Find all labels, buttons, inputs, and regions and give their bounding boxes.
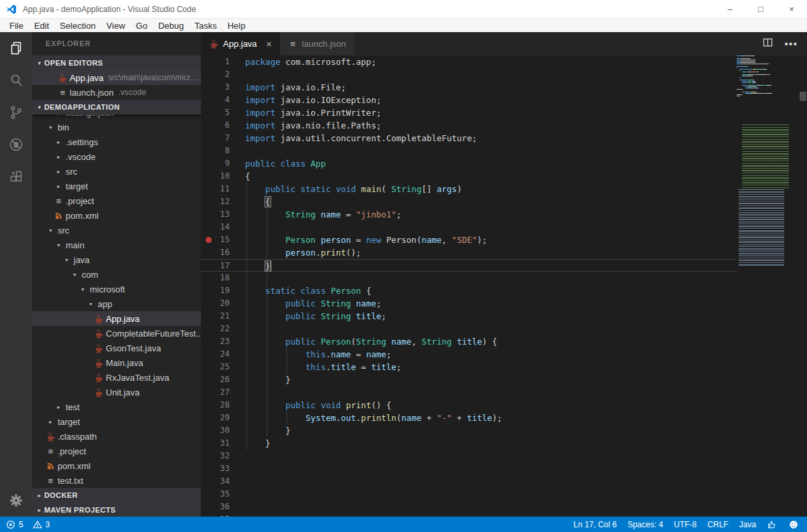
code-line-7[interactable]: 7import java.util.concurrent.Completable… (201, 132, 737, 145)
open-editors-header[interactable]: ▾ OPEN EDITORS (32, 56, 201, 70)
line-number[interactable]: 21 (201, 310, 230, 323)
menu-selection[interactable]: Selection (54, 19, 100, 32)
line-number[interactable]: 2 (201, 68, 230, 81)
code-line-29[interactable]: 29 System.out.println(name + "-" + title… (201, 412, 737, 424)
code-line-17[interactable]: 17 } (201, 259, 737, 272)
line-number[interactable]: 14 (201, 221, 230, 234)
scrollbar-handle[interactable] (800, 92, 806, 101)
code-line-28[interactable]: 28 public void print() { (201, 399, 737, 412)
menu-view[interactable]: View (101, 19, 131, 32)
line-number[interactable]: 32 (201, 450, 230, 462)
eol-sequence[interactable]: CRLF (707, 520, 728, 529)
tree-item-src[interactable]: ▾src (32, 223, 201, 238)
line-number[interactable]: 5 (201, 106, 230, 119)
code-line-10[interactable]: 10{ (201, 170, 737, 183)
line-number[interactable]: 4 (201, 94, 230, 106)
line-number[interactable]: 25 (201, 361, 230, 373)
tree-item-target[interactable]: ▸target (32, 414, 201, 429)
split-editor-icon[interactable] (762, 37, 774, 51)
tree-item-com[interactable]: ▾com (32, 267, 201, 282)
code-line-11[interactable]: 11 public static void main( String[] arg… (201, 183, 737, 195)
line-number[interactable]: 24 (201, 348, 230, 361)
code-line-24[interactable]: 24 this.name = name; (201, 348, 737, 361)
line-number[interactable]: 11 (201, 183, 230, 195)
code-line-6[interactable]: 6import java.nio.file.Paths; (201, 119, 737, 132)
line-number[interactable]: 23 (201, 335, 230, 348)
code-line-9[interactable]: 9public class App (201, 157, 737, 170)
line-number[interactable]: 13 (201, 208, 230, 221)
line-number[interactable]: 9 (201, 157, 230, 170)
problems-status[interactable]: 5 3 (0, 520, 50, 529)
tree-item-main[interactable]: ▾main (32, 238, 201, 252)
menu-help[interactable]: Help (222, 19, 251, 32)
code-line-22[interactable]: 22 (201, 323, 737, 335)
maven-projects-section-header[interactable]: ▸ MAVEN PROJECTS (32, 503, 201, 517)
code-line-31[interactable]: 31 } (201, 437, 737, 450)
line-number[interactable]: 1 (201, 56, 230, 68)
line-number[interactable]: 19 (201, 284, 230, 297)
tree-item-project[interactable]: ≡.project (32, 444, 201, 458)
line-number[interactable]: 34 (201, 475, 230, 488)
code-line-1[interactable]: 1package com.microsoft.app; (201, 56, 737, 68)
code-line-27[interactable]: 27 (201, 386, 737, 399)
code-line-8[interactable]: 8 (201, 145, 737, 157)
encoding[interactable]: UTF-8 (674, 520, 696, 529)
code-line-15[interactable]: 15 Person person = new Person(name, "SDE… (201, 234, 737, 246)
code-line-3[interactable]: 3import java.io.File; (201, 81, 737, 94)
code-line-23[interactable]: 23 public Person(String name, String tit… (201, 335, 737, 348)
search-icon[interactable] (0, 64, 32, 96)
tree-item-app-java[interactable]: App.java (32, 311, 201, 326)
menu-file[interactable]: File (4, 19, 29, 32)
menu-edit[interactable]: Edit (29, 19, 54, 32)
tree-item-target[interactable]: ▸target (32, 179, 201, 193)
line-number[interactable]: 3 (201, 81, 230, 94)
code-line-14[interactable]: 14 (201, 221, 737, 234)
code-line-13[interactable]: 13 String name = "jinbo1"; (201, 208, 737, 221)
close-tab-icon[interactable]: × (267, 39, 272, 50)
vertical-scrollbar[interactable] (799, 56, 807, 517)
tree-item-classpath[interactable]: .classpath (32, 429, 201, 444)
code-line-16[interactable]: 16 person.print(); (201, 246, 737, 259)
line-number[interactable]: 15 (201, 234, 230, 246)
more-actions-icon[interactable]: ••• (784, 38, 798, 50)
open-editor-launch-json[interactable]: ≡launch.json.vscode (32, 85, 201, 100)
code-line-5[interactable]: 5import java.io.PrintWriter; (201, 106, 737, 119)
menu-debug[interactable]: Debug (153, 19, 189, 32)
open-editor-app-java[interactable]: App.javasrc\main\java\com\micro... (32, 70, 201, 85)
tree-item-app[interactable]: ▾app (32, 296, 201, 311)
line-number[interactable]: 18 (201, 272, 230, 284)
tree-item-gsontest-java[interactable]: GsonTest.java (32, 341, 201, 355)
maximize-button[interactable]: □ (745, 0, 776, 18)
line-number[interactable]: 16 (201, 246, 230, 259)
minimap[interactable] (737, 56, 799, 517)
line-number[interactable]: 30 (201, 424, 230, 437)
code-editor[interactable]: 1package com.microsoft.app;23import java… (201, 56, 807, 517)
code-line-20[interactable]: 20 public String name; (201, 297, 737, 310)
tree-item-test-txt[interactable]: ≡test.txt (32, 473, 201, 488)
tab-launch-json[interactable]: ≡launch.json (280, 32, 354, 56)
tree-item-src[interactable]: ▸src (32, 164, 201, 179)
code-line-21[interactable]: 21 public String title; (201, 310, 737, 323)
tree-item-unit-java[interactable]: Unit.java (32, 385, 201, 400)
tree-item-project[interactable]: ≡.project (32, 193, 201, 208)
indentation[interactable]: Spaces: 4 (628, 520, 663, 529)
tree-item-test[interactable]: ▸test (32, 400, 201, 414)
code-line-26[interactable]: 26 } (201, 373, 737, 386)
code-line-36[interactable]: 36 (201, 501, 737, 513)
source-control-icon[interactable] (0, 96, 32, 128)
tree-item-vscode[interactable]: ▸.vscode (32, 149, 201, 164)
line-number[interactable]: 20 (201, 297, 230, 310)
smiley-icon[interactable] (788, 519, 799, 530)
code-line-18[interactable]: 18 (201, 272, 737, 284)
line-number[interactable]: 36 (201, 501, 230, 513)
docker-section-header[interactable]: ▸ DOCKER (32, 488, 201, 503)
line-number[interactable]: 28 (201, 399, 230, 412)
explorer-icon[interactable] (0, 32, 32, 64)
line-number[interactable]: 26 (201, 373, 230, 386)
line-number[interactable]: 35 (201, 488, 230, 501)
tree-item-settings[interactable]: ▸.settings (32, 135, 201, 149)
code-line-35[interactable]: 35 (201, 488, 737, 501)
code-line-33[interactable]: 33 (201, 462, 737, 475)
tree-item-java[interactable]: ▾java (32, 252, 201, 267)
menu-tasks[interactable]: Tasks (189, 19, 222, 32)
